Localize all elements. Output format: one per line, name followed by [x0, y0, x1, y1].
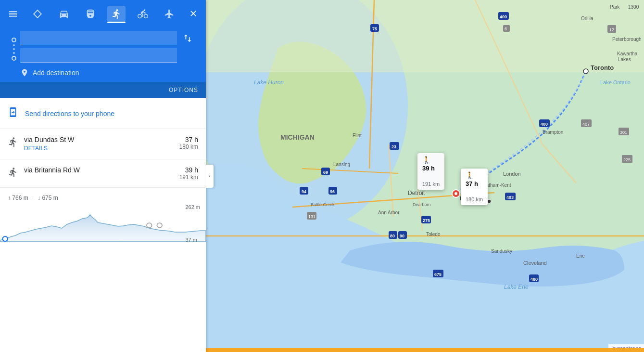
svg-text:Lake Ontario: Lake Ontario — [600, 79, 631, 85]
svg-text:Flint: Flint — [353, 133, 362, 138]
route-details-link-1[interactable]: DETAILS — [24, 145, 48, 152]
mode-flight-button[interactable] — [160, 6, 178, 22]
send-directions-text: Send directions to your phone — [25, 110, 114, 117]
svg-text:403: 403 — [506, 195, 514, 200]
add-destination-row: Add destination — [20, 65, 177, 77]
sidebar: Toronto, Ontario Port Burwell, Ontario A… — [0, 0, 206, 352]
svg-text:Lake Erie: Lake Erie — [504, 284, 529, 290]
svg-text:80: 80 — [390, 234, 395, 238]
svg-text:96: 96 — [330, 189, 335, 194]
svg-text:75: 75 — [372, 26, 377, 31]
route-duration-1: 37 h 180 km — [169, 136, 198, 150]
svg-text:1300: 1300 — [628, 4, 639, 10]
svg-text:Toledo: Toledo — [426, 232, 441, 237]
elevation-labels: 262 m 37 m — [185, 204, 202, 243]
svg-text:90: 90 — [400, 234, 404, 238]
svg-text:6: 6 — [505, 26, 507, 31]
svg-text:Orillia: Orillia — [581, 16, 593, 21]
send-directions-icon — [8, 107, 18, 120]
tooltip-walk-icon-1: 🚶 — [466, 171, 474, 179]
svg-text:400: 400 — [500, 14, 507, 19]
route-tooltip-other: 🚶 39 h 191 km — [417, 153, 444, 190]
dot-1 — [13, 44, 15, 46]
svg-point-15 — [583, 69, 588, 74]
elevation-section: 766 m · 675 m — [0, 188, 206, 243]
tooltip-distance-2: 191 km — [422, 181, 440, 187]
svg-text:400: 400 — [541, 122, 548, 127]
options-label[interactable]: OPTIONS — [169, 87, 198, 93]
svg-point-3 — [2, 236, 8, 241]
elevation-stats: 766 m · 675 m — [0, 193, 206, 204]
dot-3 — [13, 52, 15, 54]
route-info-2: via Britannia Rd W — [24, 166, 164, 174]
elev-max-label: 262 m — [185, 204, 202, 210]
svg-point-1 — [147, 223, 152, 228]
mode-walk-button[interactable] — [107, 6, 126, 22]
svg-text:Lakes: Lakes — [618, 57, 631, 62]
map-area[interactable]: Toronto Port Burwell Detroit MICHIGAN Lo… — [206, 0, 644, 352]
svg-text:225: 225 — [623, 157, 631, 162]
svg-marker-0 — [0, 215, 206, 242]
svg-point-18 — [455, 192, 457, 195]
send-directions-row[interactable]: Send directions to your phone — [0, 98, 206, 129]
route-tooltip-active: 🚶 37 h 180 km — [461, 169, 488, 205]
route-info-1: via Dundas St W DETAILS — [24, 136, 164, 152]
svg-text:Peterborough: Peterborough — [612, 37, 642, 42]
svg-text:Park: Park — [610, 4, 620, 10]
sidebar-header: Toronto, Ontario Port Burwell, Ontario A… — [0, 0, 206, 82]
svg-text:94: 94 — [302, 189, 306, 194]
route-option-2[interactable]: via Britannia Rd W 39 h 191 km — [0, 159, 206, 188]
svg-point-2 — [157, 223, 162, 228]
svg-rect-6 — [206, 0, 644, 72]
walk-icon-1 — [8, 137, 18, 150]
menu-button[interactable] — [6, 7, 20, 21]
svg-text:480: 480 — [530, 277, 538, 282]
route-duration-text-1: 37 h — [169, 136, 198, 143]
walk-icon-2 — [8, 167, 18, 180]
svg-text:Lansing: Lansing — [333, 162, 350, 167]
svg-text:131: 131 — [308, 214, 316, 219]
add-destination-label: Add destination — [33, 69, 79, 77]
svg-text:Toronto: Toronto — [591, 64, 614, 71]
mode-fastest-button[interactable] — [28, 6, 47, 22]
mode-transit-button[interactable] — [81, 6, 100, 22]
elevation-up: 766 m — [8, 195, 28, 201]
svg-text:Cleveland: Cleveland — [523, 260, 547, 266]
mode-bike-button[interactable] — [134, 6, 152, 22]
close-button[interactable] — [187, 7, 200, 22]
tooltip-duration-1: 37 h — [466, 180, 478, 187]
dest-dot — [12, 56, 16, 61]
origin-input[interactable]: Toronto, Ontario — [20, 31, 177, 45]
svg-text:Lake Huron: Lake Huron — [254, 79, 284, 86]
svg-text:275: 275 — [423, 218, 430, 223]
destination-input[interactable]: Port Burwell, Ontario — [20, 48, 177, 63]
route-via-2: via Britannia Rd W — [24, 166, 164, 174]
bottom-bar — [206, 348, 644, 352]
options-bar: OPTIONS — [0, 82, 206, 98]
mode-drive-button[interactable] — [55, 6, 73, 22]
route-via-1: via Dundas St W — [24, 136, 164, 143]
tooltip-walk-icon-2: 🚶 — [422, 156, 430, 164]
svg-text:69: 69 — [323, 170, 328, 175]
svg-text:Sandusky: Sandusky — [491, 248, 512, 254]
svg-text:Dearborn: Dearborn — [413, 202, 431, 207]
svg-point-20 — [487, 199, 491, 203]
svg-text:675: 675 — [434, 272, 442, 277]
svg-text:Battle Creek: Battle Creek — [311, 202, 335, 207]
svg-text:Detroit: Detroit — [408, 190, 425, 196]
route-inputs: Toronto, Ontario Port Burwell, Ontario A… — [6, 26, 200, 82]
add-destination-button[interactable]: Add destination — [20, 68, 79, 77]
route-duration-text-2: 39 h — [169, 166, 198, 174]
svg-text:407: 407 — [582, 122, 590, 127]
origin-dot — [12, 38, 16, 42]
route-option-1[interactable]: via Dundas St W DETAILS 37 h 180 km — [0, 129, 206, 159]
svg-text:Erie: Erie — [576, 253, 585, 259]
elevation-down: 675 m — [38, 195, 58, 201]
svg-text:London: London — [503, 171, 521, 177]
elevation-svg — [0, 204, 206, 243]
tooltip-duration-2: 39 h — [422, 165, 435, 172]
reverse-button[interactable] — [181, 31, 195, 47]
route-distance-text-2: 191 km — [169, 174, 198, 181]
elev-min-label: 37 m — [185, 237, 202, 243]
collapse-sidebar-button[interactable]: ‹ — [206, 165, 214, 188]
